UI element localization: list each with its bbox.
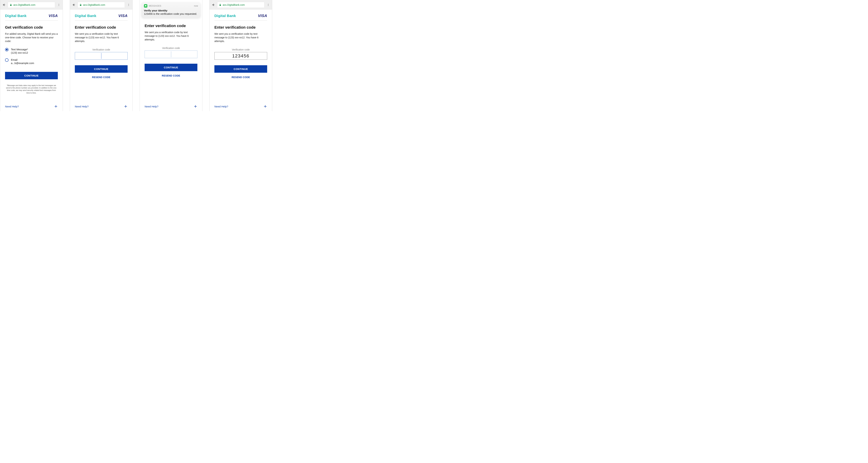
merchant-header: Digital Bank VISA [5, 13, 58, 21]
plus-icon[interactable] [193, 104, 197, 108]
kebab-icon [58, 3, 60, 6]
lock-icon [10, 4, 12, 6]
continue-button[interactable]: CONTINUE [214, 65, 267, 73]
overflow-menu-button[interactable] [126, 2, 131, 8]
screen-enter-code-empty: acs.DigitalBank.com Digital Bank VISA En… [70, 0, 133, 111]
arrow-left-icon [212, 3, 215, 7]
svg-point-6 [268, 4, 268, 4]
code-field-label: Verification code [75, 48, 128, 51]
resend-code-link[interactable]: RESEND CODE [145, 74, 197, 77]
page-heading: Enter verification code [145, 24, 197, 28]
page-content: Digital Bank VISA Get verification code … [0, 10, 63, 104]
svg-point-0 [59, 4, 59, 4]
continue-button[interactable]: CONTINUE [145, 64, 197, 71]
url-bar[interactable]: acs.DigitalBank.com [217, 2, 265, 8]
kebab-icon [127, 3, 130, 6]
page-body: We sent you a verification code by text … [214, 32, 267, 43]
arrow-left-icon [2, 3, 6, 7]
radio-selected-icon [5, 48, 8, 52]
continue-button[interactable]: CONTINUE [75, 65, 128, 73]
svg-point-3 [128, 4, 129, 4]
screen-enter-code-filled: acs.DigitalBank.com Digital Bank VISA En… [209, 0, 272, 111]
page-heading: Enter verification code [214, 25, 267, 30]
svg-point-1 [59, 5, 59, 5]
plus-icon[interactable] [264, 104, 267, 108]
url-bar[interactable]: acs.DigitalBank.com [78, 2, 125, 8]
notification-timestamp: now [194, 5, 198, 7]
merchant-name: Digital Bank [5, 14, 27, 18]
notification-title: Verify your identity [144, 9, 198, 12]
browser-topbar: acs.DigitalBank.com [70, 0, 132, 10]
svg-point-5 [128, 5, 129, 6]
svg-point-2 [59, 5, 59, 6]
text-cursor-icon [171, 52, 171, 57]
page-body: We sent you a verification code by text … [75, 32, 128, 43]
page-heading: Get verification code [5, 25, 58, 30]
help-link[interactable]: Need Help? [75, 105, 89, 108]
page-content: Digital Bank VISA Enter verification cod… [210, 10, 272, 104]
arrow-left-icon [72, 3, 75, 7]
footer: Need Help? [70, 104, 132, 111]
merchant-header: Digital Bank VISA [214, 13, 267, 21]
url-text: acs.DigitalBank.com [223, 3, 245, 6]
help-link[interactable]: Need Help? [214, 105, 228, 108]
svg-point-7 [268, 5, 268, 5]
verification-code-value: 123456 [232, 53, 249, 59]
kebab-icon [267, 3, 270, 6]
merchant-name: Digital Bank [75, 14, 96, 18]
footer: Need Help? [140, 104, 202, 111]
option-label: Email [11, 58, 34, 62]
resend-code-link[interactable]: RESEND CODE [75, 76, 128, 78]
browser-topbar: acs.DigitalBank.com [0, 0, 63, 10]
text-cursor-icon [101, 53, 101, 59]
footer: Need Help? [0, 104, 63, 111]
option-email[interactable]: Email a...b@example.com [5, 58, 58, 65]
option-value: (123) xxx-xx12 [11, 51, 28, 54]
sms-disclaimer: *Message and data rates may apply to the… [5, 84, 58, 94]
network-logo: VISA [49, 13, 58, 18]
continue-button[interactable]: CONTINUE [5, 72, 58, 79]
svg-point-8 [268, 5, 268, 6]
resend-code-link[interactable]: RESEND CODE [214, 76, 267, 78]
notification-header: MESSAGES now [144, 4, 198, 8]
merchant-header: Digital Bank VISA [75, 13, 128, 21]
radio-unselected-icon [5, 58, 8, 62]
back-button[interactable] [1, 2, 7, 8]
push-notification[interactable]: MESSAGES now Verify your identity 123456… [142, 2, 200, 18]
lock-icon [219, 4, 221, 6]
code-field-label: Verification code [214, 48, 267, 51]
notification-body: 123456 is the verification code you requ… [144, 12, 198, 15]
verification-code-input[interactable]: 123456 [214, 52, 267, 60]
verification-code-input[interactable] [75, 52, 128, 60]
url-text: acs.DigitalBank.com [83, 3, 105, 6]
plus-icon[interactable] [54, 104, 58, 108]
network-logo: VISA [118, 13, 128, 18]
overflow-menu-button[interactable] [56, 2, 62, 8]
code-field-label: Verification code [145, 47, 197, 49]
messages-app-icon [144, 4, 147, 8]
page-heading: Enter verification code [75, 25, 128, 30]
help-link[interactable]: Need Help? [5, 105, 19, 108]
option-value: a...b@example.com [11, 62, 34, 65]
page-body: We sent you a verification code by text … [145, 31, 197, 41]
help-link[interactable]: Need Help? [145, 105, 158, 108]
back-button[interactable] [71, 2, 76, 8]
option-label: Text Message* [11, 47, 28, 51]
verification-code-input[interactable] [145, 51, 197, 58]
overflow-menu-button[interactable] [266, 2, 271, 8]
page-content: Digital Bank VISA Enter verification cod… [140, 10, 202, 104]
merchant-name: Digital Bank [214, 14, 236, 18]
option-text-message[interactable]: Text Message* (123) xxx-xx12 [5, 47, 58, 54]
page-body: For added security, Digital Bank will se… [5, 32, 58, 43]
screen-enter-code-notification: MESSAGES now Verify your identity 123456… [140, 0, 203, 111]
footer: Need Help? [210, 104, 272, 111]
page-content: Digital Bank VISA Enter verification cod… [70, 10, 132, 104]
lock-icon [80, 4, 82, 6]
back-button[interactable] [211, 2, 216, 8]
plus-icon[interactable] [124, 104, 128, 108]
screen-get-code: acs.DigitalBank.com Digital Bank VISA Ge… [0, 0, 63, 111]
delivery-options: Text Message* (123) xxx-xx12 Email a...b… [5, 47, 58, 68]
url-bar[interactable]: acs.DigitalBank.com [8, 2, 55, 8]
svg-point-4 [128, 5, 129, 5]
browser-topbar: acs.DigitalBank.com [210, 0, 272, 10]
